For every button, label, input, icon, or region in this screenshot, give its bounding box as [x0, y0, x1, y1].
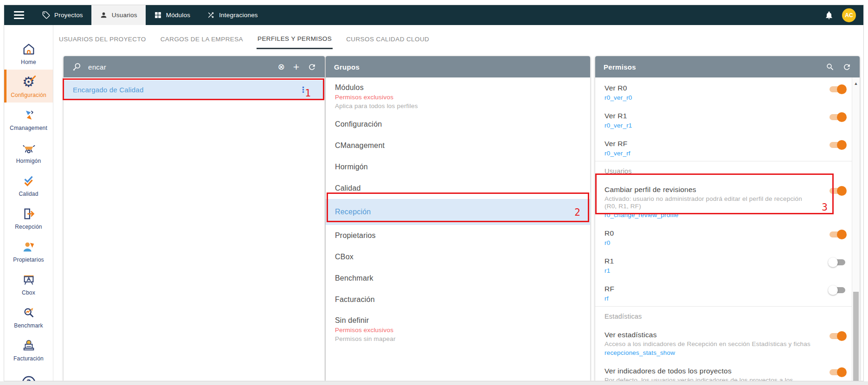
group-note-exclusive: Permisos exclusivos — [335, 327, 581, 334]
scrollbar[interactable]: ▲ — [852, 77, 860, 381]
home-icon — [22, 41, 36, 57]
permission-item-ver-r1: Ver R1 r0_ver_r1 — [595, 105, 852, 133]
sidebar-item-label: Home — [21, 59, 36, 65]
group-item-benchmark[interactable]: Benchmark — [326, 268, 590, 289]
hamburger-menu-icon[interactable] — [4, 5, 34, 25]
add-profile-icon[interactable]: + — [293, 63, 300, 71]
group-item-calidad[interactable]: Calidad — [326, 178, 590, 199]
screenshot-root: Proyectos Usuarios Módulos — [0, 0, 868, 385]
permission-description: Por defecto, los usuarios verán indicado… — [604, 377, 812, 381]
group-item-cbox[interactable]: CBox — [326, 246, 590, 268]
group-note: Permisos sin mapear — [335, 335, 581, 343]
permission-code-link[interactable]: r0_ver_r0 — [604, 94, 812, 102]
kebab-menu-icon[interactable]: ⋮ — [299, 85, 307, 94]
navbar-tabs: Proyectos Usuarios Módulos — [34, 5, 266, 25]
gear-icon: ⚙ — [22, 74, 35, 90]
toggle-r1[interactable] — [829, 259, 845, 265]
clear-filter-icon[interactable]: ⊗ — [278, 63, 285, 71]
permission-code-link[interactable]: r0_change_review_profile — [604, 211, 812, 219]
section-tabs: USUARIOS DEL PROYECTO CARGOS DE LA EMPRE… — [53, 25, 430, 51]
sidebar-item-label: Cbox — [22, 289, 35, 296]
grid-icon — [154, 11, 162, 19]
refresh-icon[interactable] — [308, 63, 316, 71]
group-item-facturacion[interactable]: Facturación — [326, 289, 590, 310]
sidebar-item-label: Cmanagement — [10, 125, 47, 131]
toggle-r0[interactable] — [829, 231, 845, 237]
permission-item-r0: R0 r0 — [595, 223, 852, 250]
nav-tab-modulos[interactable]: Módulos — [146, 5, 199, 25]
toggle-ver-estadisticas[interactable] — [829, 333, 845, 339]
nav-tab-label: Integraciones — [219, 12, 258, 19]
permission-item-r1: R1 r1 — [595, 250, 852, 278]
group-item-sin-definir[interactable]: Sin definir Permisos exclusivos Permisos… — [326, 310, 590, 346]
profile-row-encargado-de-calidad[interactable]: Encargado de Calidad ⋮ — [64, 80, 325, 99]
group-item-propietarios[interactable]: Propietarios — [326, 225, 590, 246]
sidebar-item-label: Calidad — [19, 191, 38, 197]
easel-icon — [22, 272, 36, 288]
toggle-cambiar-perfil[interactable] — [829, 188, 845, 194]
group-item-cmanagement[interactable]: CManagement — [326, 135, 590, 156]
toggle-ver-r1[interactable] — [829, 114, 845, 120]
toggle-ver-indicadores[interactable] — [829, 369, 845, 375]
navbar-right: AC — [824, 5, 863, 25]
toggle-ver-r0[interactable] — [829, 86, 845, 92]
sidebar-item-label: Configuración — [11, 92, 46, 98]
sidebar-item-hormigon[interactable]: Hormigón — [4, 135, 53, 168]
group-note-exclusive: Permisos exclusivos — [335, 94, 581, 101]
permission-code-link[interactable]: r0_ver_rf — [604, 149, 812, 157]
toggle-ver-rf[interactable] — [829, 142, 845, 148]
sidebar-item-configuracion[interactable]: ⚙ Configuración — [4, 70, 53, 103]
sidebar: Home ⚙ Configuración Cmanagement Hormigó… — [4, 25, 53, 381]
help-icon: ? — [21, 375, 36, 382]
group-item-configuracion[interactable]: Configuración — [326, 114, 590, 135]
search-clear-icon — [72, 62, 82, 72]
scroll-up-arrow-icon[interactable]: ▲ — [852, 81, 860, 86]
group-item-modulos[interactable]: Módulos Permisos exclusivos Aplica para … — [326, 77, 590, 114]
refresh-icon[interactable] — [842, 63, 851, 71]
groups-panel-title: Grupos — [334, 63, 360, 71]
toggle-rf[interactable] — [829, 287, 845, 293]
nav-tab-label: Usuarios — [112, 12, 137, 19]
permission-code-link[interactable]: rf — [604, 295, 812, 302]
tab-perfiles-y-permisos[interactable]: PERFILES Y PERMISOS — [257, 28, 333, 49]
tab-usuarios-del-proyecto[interactable]: USUARIOS DEL PROYECTO — [58, 28, 147, 48]
search-icon[interactable] — [826, 63, 835, 71]
tab-cargos-de-la-empresa[interactable]: CARGOS DE LA EMPRESA — [160, 28, 244, 48]
tab-cursos-calidad-cloud[interactable]: CURSOS CALIDAD CLOUD — [345, 28, 430, 48]
sidebar-item-facturacion[interactable]: Facturación — [4, 333, 53, 366]
permission-code-link[interactable]: r1 — [604, 267, 812, 275]
sidebar-item-label: Benchmark — [14, 322, 43, 329]
sidebar-item-propietarios[interactable]: Propietarios — [4, 234, 53, 267]
sidebar-item-label: Propietarios — [13, 257, 44, 263]
permission-code-link[interactable]: recepciones_stats_show — [604, 349, 812, 357]
sidebar-item-cmanagement[interactable]: Cmanagement — [4, 103, 53, 135]
permission-code-link[interactable]: r0_ver_r1 — [604, 122, 812, 129]
sidebar-item-help[interactable]: ? — [4, 366, 53, 381]
search-input[interactable]: encar — [88, 63, 106, 71]
sidebar-item-calidad[interactable]: Calidad — [4, 168, 53, 201]
sidebar-item-recepcion[interactable]: Recepción — [4, 201, 53, 234]
user-avatar[interactable]: AC — [842, 8, 856, 22]
sidebar-item-benchmark[interactable]: Benchmark — [4, 300, 53, 333]
nav-tab-label: Proyectos — [54, 12, 83, 19]
scrollbar-thumb[interactable] — [853, 292, 859, 381]
profile-search[interactable]: encar — [72, 62, 106, 72]
nav-tab-integraciones[interactable]: Integraciones — [199, 5, 266, 25]
profiles-panel-header: encar ⊗ + — [64, 56, 325, 77]
sidebar-item-home[interactable]: Home — [4, 37, 53, 70]
owner-person-icon — [22, 239, 36, 255]
bell-icon[interactable] — [824, 10, 834, 20]
nav-tab-proyectos[interactable]: Proyectos — [34, 5, 91, 25]
profiles-panel: encar ⊗ + Encargado de Calidad ⋮ — [64, 56, 325, 381]
sidebar-item-cbox[interactable]: Cbox — [4, 267, 53, 300]
group-item-recepcion[interactable]: Recepción — [326, 199, 590, 225]
sidebar-item-label: Facturación — [13, 355, 44, 362]
nav-tab-usuarios[interactable]: Usuarios — [91, 5, 146, 25]
permission-item-ver-r0: Ver R0 r0_ver_r0 — [595, 77, 852, 105]
permission-item-ver-indicadores: Ver indicadores de todos los proyectos P… — [595, 360, 852, 381]
group-item-hormigon[interactable]: Hormigón — [326, 156, 590, 178]
section-estadisticas: Estadísticas — [595, 306, 852, 324]
permissions-panel-title: Permisos — [604, 63, 636, 71]
permission-code-link[interactable]: r0 — [604, 239, 812, 247]
permissions-list: Ver R0 r0_ver_r0 Ver R1 r0_ver_r1 Ver RF — [595, 77, 852, 381]
